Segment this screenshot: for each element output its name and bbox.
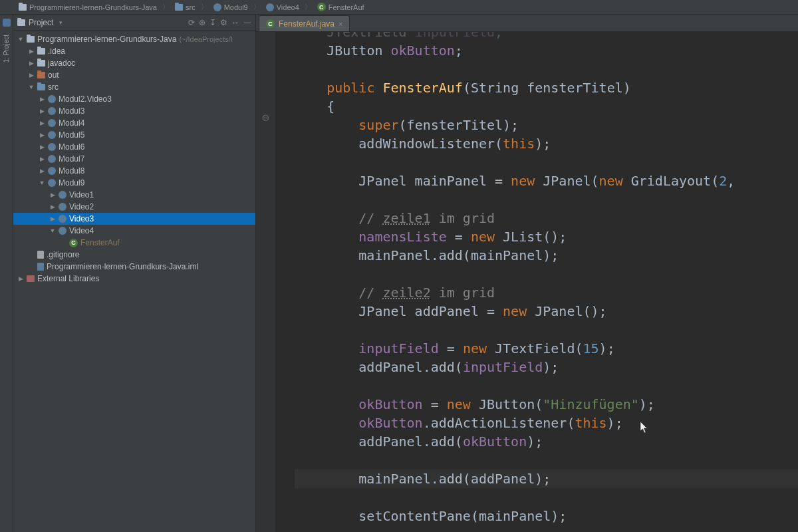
code-line[interactable]: JButton okButton; bbox=[295, 41, 798, 60]
gutter-row[interactable] bbox=[256, 462, 275, 480]
code-line[interactable]: JTextField inputField; bbox=[295, 32, 798, 41]
disclosure-icon[interactable]: ▶ bbox=[39, 132, 45, 138]
project-tool-icon[interactable] bbox=[3, 19, 11, 27]
tree-row[interactable]: .gitignore bbox=[13, 249, 255, 261]
tree-row[interactable]: ▶Video3 bbox=[13, 213, 255, 225]
code-line[interactable] bbox=[295, 153, 798, 172]
disclosure-icon[interactable]: ▶ bbox=[28, 60, 35, 66]
tree-row[interactable]: ▶Modul6 bbox=[13, 141, 255, 153]
breadcrumb-item[interactable]: src bbox=[172, 3, 198, 11]
disclosure-icon[interactable]: ▼ bbox=[17, 36, 24, 43]
gutter-row[interactable] bbox=[256, 89, 275, 108]
tree-row[interactable]: ▶Video2 bbox=[13, 201, 255, 213]
breadcrumb-item[interactable]: Video4 bbox=[263, 3, 302, 11]
gutter-row[interactable] bbox=[256, 313, 275, 331]
disclosure-icon[interactable]: ▶ bbox=[39, 144, 45, 150]
gutter-row[interactable] bbox=[256, 480, 275, 499]
tree-row[interactable]: ▼Video4 bbox=[13, 225, 255, 237]
tree-row[interactable]: ▶Modul7 bbox=[13, 153, 255, 165]
gutter-row[interactable] bbox=[256, 443, 275, 462]
panel-tool-icon[interactable]: ⟳ bbox=[188, 18, 195, 27]
gutter-row[interactable] bbox=[256, 52, 275, 70]
tree-row[interactable]: ▶Modul2.Video3 bbox=[13, 93, 255, 105]
gutter-row[interactable] bbox=[256, 182, 275, 201]
code-line[interactable]: // zeile2 im grid bbox=[295, 283, 798, 302]
gutter-row[interactable] bbox=[256, 126, 275, 145]
code-line[interactable]: JPanel mainPanel = new JPanel(new GridLa… bbox=[295, 172, 798, 190]
panel-tool-icon[interactable]: — bbox=[243, 18, 251, 27]
tree-row[interactable]: ▶.idea bbox=[13, 45, 255, 57]
gutter-row[interactable] bbox=[256, 257, 275, 275]
panel-tool-icon[interactable]: ⊕ bbox=[199, 18, 205, 27]
disclosure-icon[interactable]: ▼ bbox=[28, 84, 35, 90]
tree-row[interactable]: ▶Video1 bbox=[13, 189, 255, 201]
disclosure-icon[interactable]: ▶ bbox=[17, 275, 24, 282]
code-line[interactable]: addPanel.add(inputField); bbox=[295, 358, 798, 376]
tree-row[interactable]: ▶out bbox=[13, 69, 255, 81]
breadcrumb-item[interactable]: Programmieren-lernen-Grundkurs-Java bbox=[16, 3, 160, 11]
code-line[interactable] bbox=[295, 190, 798, 209]
code-line[interactable]: setContentPane(mainPanel); bbox=[295, 507, 798, 525]
breadcrumb-item[interactable]: CFensterAuf bbox=[315, 3, 367, 11]
tree-row[interactable]: ▼Modul9 bbox=[13, 177, 255, 189]
code-line[interactable]: addWindowListener(this); bbox=[295, 134, 798, 153]
gutter-row[interactable]: ⊖ bbox=[256, 108, 275, 126]
editor-gutter[interactable]: ⊖ bbox=[256, 32, 276, 532]
code-line[interactable]: { bbox=[295, 97, 798, 116]
gutter-row[interactable] bbox=[256, 164, 275, 182]
gutter-row[interactable] bbox=[256, 219, 275, 238]
chevron-down-icon[interactable]: ▾ bbox=[59, 19, 63, 26]
code-line[interactable] bbox=[295, 488, 798, 507]
gutter-row[interactable] bbox=[256, 424, 275, 443]
disclosure-icon[interactable]: ▶ bbox=[39, 168, 45, 174]
disclosure-icon[interactable]: ▶ bbox=[49, 215, 56, 222]
tree-row[interactable]: ▶External Libraries bbox=[13, 273, 255, 285]
code-line[interactable] bbox=[295, 60, 798, 78]
code-line[interactable]: namensListe = new JList(); bbox=[295, 227, 798, 246]
disclosure-icon[interactable]: ▶ bbox=[28, 72, 35, 78]
breadcrumb-item[interactable]: Modul9 bbox=[211, 3, 251, 11]
disclosure-icon[interactable]: ▶ bbox=[39, 156, 45, 162]
disclosure-icon[interactable]: ▶ bbox=[39, 108, 45, 114]
tree-row[interactable]: ▼Programmieren-lernen-Grundkurs-Java (~/… bbox=[13, 33, 255, 45]
panel-tool-icon[interactable]: ↔ bbox=[231, 18, 239, 27]
code-line[interactable]: addPanel.add(okButton); bbox=[295, 432, 798, 451]
tree-row[interactable]: Programmieren-lernen-Grundkurs-Java.iml bbox=[13, 261, 255, 273]
gutter-row[interactable] bbox=[256, 499, 275, 517]
disclosure-icon[interactable]: ▼ bbox=[49, 227, 56, 234]
gutter-row[interactable] bbox=[256, 350, 275, 368]
close-icon[interactable]: × bbox=[338, 20, 342, 28]
code-line[interactable]: super(fensterTitel); bbox=[295, 116, 798, 134]
tree-row[interactable]: ▶Modul3 bbox=[13, 105, 255, 117]
tree-row[interactable]: CFensterAuf bbox=[13, 237, 255, 249]
project-tree[interactable]: ▼Programmieren-lernen-Grundkurs-Java (~/… bbox=[13, 31, 255, 532]
gutter-row[interactable] bbox=[256, 145, 275, 164]
code-line[interactable] bbox=[295, 451, 798, 469]
tree-row[interactable]: ▶Modul5 bbox=[13, 129, 255, 141]
gutter-row[interactable] bbox=[256, 201, 275, 219]
code-editor[interactable]: JTextField inputField; JButton okButton;… bbox=[276, 32, 798, 532]
gutter-row[interactable] bbox=[256, 368, 275, 387]
code-line[interactable] bbox=[295, 376, 798, 395]
code-line[interactable]: public FensterAuf(String fensterTitel) bbox=[295, 78, 798, 97]
disclosure-icon[interactable]: ▶ bbox=[39, 120, 45, 126]
gutter-row[interactable] bbox=[256, 33, 275, 52]
editor-tab-fensterauf[interactable]: C FensterAuf.java × bbox=[259, 15, 350, 31]
tree-row[interactable]: ▼src bbox=[13, 81, 255, 93]
code-line[interactable]: okButton = new JButton("Hinzufügen"); bbox=[295, 395, 798, 414]
code-line[interactable] bbox=[295, 265, 798, 283]
code-line[interactable] bbox=[295, 321, 798, 339]
panel-tool-icon[interactable]: ⚙ bbox=[220, 18, 227, 27]
project-panel-title[interactable]: Project ▾ bbox=[17, 18, 63, 27]
disclosure-icon[interactable]: ▶ bbox=[28, 48, 35, 55]
code-line[interactable]: inputField = new JTextField(15); bbox=[295, 339, 798, 358]
project-tool-label[interactable]: 1: Project bbox=[3, 31, 10, 66]
panel-tool-icon[interactable]: ↧ bbox=[209, 18, 216, 27]
gutter-row[interactable] bbox=[256, 294, 275, 313]
gutter-row[interactable] bbox=[256, 517, 275, 532]
gutter-row[interactable] bbox=[256, 275, 275, 294]
tree-row[interactable]: ▶javadoc bbox=[13, 57, 255, 69]
code-line[interactable]: mainPanel.add(addPanel); bbox=[295, 469, 798, 488]
code-line[interactable]: JPanel addPanel = new JPanel(); bbox=[295, 302, 798, 321]
gutter-row[interactable] bbox=[256, 406, 275, 424]
